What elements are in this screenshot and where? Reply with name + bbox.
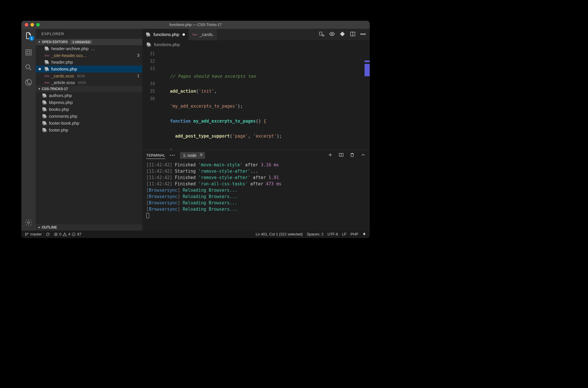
term-text: after	[250, 175, 268, 180]
code-editor[interactable]: 31 32 33 34 35 36 // Pages should have e…	[142, 49, 370, 150]
tree-item[interactable]: 🐘footer.php	[36, 127, 142, 134]
file-suffix: ...	[91, 46, 95, 51]
svg-point-12	[25, 233, 26, 233]
maximize-window-button[interactable]	[36, 23, 40, 26]
terminal-cursor	[146, 213, 149, 218]
editor-tab-active[interactable]: 🐘 functions.php	[142, 29, 189, 40]
open-editor-item[interactable]: Sass _cards.scss scss 1	[36, 73, 142, 79]
code-fn: add_action	[170, 89, 196, 94]
term-task: 'run-all-css-tasks'	[198, 181, 248, 187]
kill-terminal-icon[interactable]	[350, 152, 355, 158]
term-bs: Browsersync	[149, 194, 177, 199]
tree-item[interactable]: 🐘books.php	[36, 106, 142, 113]
code-comment: // Pages should have excerpts too	[170, 74, 256, 79]
outline-header[interactable]: ▸ OUTLINE	[36, 224, 142, 231]
chevron-right-icon: ▸	[39, 226, 40, 229]
status-indent[interactable]: Spaces: 2	[307, 232, 323, 236]
status-problems[interactable]: 0 4 67	[54, 232, 81, 236]
status-sync[interactable]	[46, 232, 50, 236]
close-window-button[interactable]	[25, 23, 28, 26]
term-dur: 3.16 ms	[261, 162, 279, 168]
file-name: header-archive.php	[51, 46, 88, 51]
status-bell[interactable]	[362, 232, 366, 236]
minimize-window-button[interactable]	[31, 23, 34, 26]
new-terminal-icon[interactable]	[328, 152, 333, 158]
tree-item[interactable]: 🐘comments.php	[36, 113, 142, 120]
error-icon	[54, 232, 58, 236]
term-msg: Reloading Browsers...	[183, 194, 237, 199]
find-icon[interactable]	[24, 63, 33, 71]
svg-point-14	[27, 233, 28, 233]
encoding-label: UTF-8	[327, 232, 338, 236]
code-lines: // Pages should have excerpts too add_ac…	[160, 49, 365, 150]
file-suffix: 1	[137, 73, 139, 78]
warning-count: 4	[68, 232, 70, 236]
open-editor-item[interactable]: 🐘 header.php	[36, 59, 142, 66]
status-cursor[interactable]: Ln 401, Col 1 (322 selected)	[256, 232, 303, 236]
terminal-tab[interactable]: TERMINAL	[146, 152, 165, 159]
breadcrumb[interactable]: 🐘 functions.php	[142, 40, 370, 49]
status-branch[interactable]: master	[25, 232, 42, 236]
explorer-icon[interactable]: 1	[24, 32, 33, 40]
git-diff-icon[interactable]	[339, 31, 345, 38]
search-icon[interactable]	[24, 48, 33, 56]
status-encoding[interactable]: UTF-8	[327, 232, 338, 236]
open-editors-list: 🐘 header-archive.php ... Sass _site-head…	[36, 45, 142, 86]
source-control-icon[interactable]	[24, 78, 33, 86]
project-tree: 🐘authors.php 🐘bbpress.php 🐘books.php 🐘co…	[36, 92, 142, 134]
editor-tab[interactable]: Sass _cards.	[189, 29, 217, 40]
branch-name: master	[30, 232, 42, 236]
file-dim: scss	[78, 80, 86, 85]
split-editor-icon[interactable]	[350, 31, 356, 38]
project-header[interactable]: ▾ CSS-TRICKS-17	[36, 86, 142, 92]
open-editor-item[interactable]: 🐘 header-archive.php ...	[36, 45, 142, 52]
open-editor-item[interactable]: Sass _article.scss scss	[36, 79, 142, 86]
split-terminal-icon[interactable]	[339, 152, 344, 158]
file-name: bbpress.php	[49, 100, 73, 105]
svg-point-6	[28, 221, 30, 223]
tree-item[interactable]: 🐘authors.php	[36, 92, 142, 99]
sidebar-title: EXPLORER	[36, 29, 142, 39]
file-name: _article.scss	[51, 80, 75, 85]
open-editor-item-active[interactable]: 🐘 functions.php	[36, 66, 142, 73]
explorer-badge: 1	[29, 36, 34, 41]
chevron-down-icon: ▾	[39, 87, 40, 90]
tree-item[interactable]: 🐘bbpress.php	[36, 99, 142, 106]
php-icon: 🐘	[42, 107, 47, 112]
more-icon[interactable]: •••	[170, 153, 176, 157]
terminal-select[interactable]: 1: node	[180, 152, 205, 159]
open-editors-header[interactable]: ▾ OPEN EDITORS 1 UNSAVED	[36, 39, 142, 45]
terminal-output[interactable]: [[11:42:42]11:42:42] Finished 'move-main…	[142, 161, 370, 231]
open-editor-item[interactable]: Sass _site-header.scs... 3	[36, 52, 142, 59]
maximize-panel-icon[interactable]	[361, 152, 366, 158]
code-fn: add_post_type_support	[175, 134, 230, 139]
line-number: 34	[142, 80, 155, 88]
modified-dot-icon	[183, 33, 185, 36]
php-icon: 🐘	[44, 60, 49, 65]
sass-icon: Sass	[44, 74, 49, 77]
term-dur: 1.91	[268, 175, 279, 180]
more-icon[interactable]: •••	[360, 31, 366, 37]
line-gutter: 31 32 33 34 35 36	[142, 49, 160, 150]
php-icon: 🐘	[44, 66, 49, 72]
eol-label: LF	[342, 232, 346, 236]
term-task: 'remove-style-after'	[198, 169, 251, 174]
status-lang[interactable]: PHP	[350, 232, 358, 236]
editor-tabs: 🐘 functions.php Sass _cards. •••	[142, 29, 370, 40]
preview-icon[interactable]	[329, 31, 335, 38]
file-name: comments.php	[49, 114, 77, 119]
term-task: 'remove-style-after'	[198, 175, 251, 180]
term-text: Finished	[175, 175, 198, 180]
panel-tabs: TERMINAL ••• 1: node	[142, 150, 370, 161]
php-icon: 🐘	[42, 128, 47, 133]
status-eol[interactable]: LF	[342, 232, 346, 236]
settings-icon[interactable]	[24, 218, 33, 227]
svg-rect-0	[26, 50, 31, 55]
code-kw: function	[170, 119, 191, 124]
code-name: my_add_excerpts_to_pages	[193, 119, 256, 124]
svg-point-3	[26, 79, 32, 85]
tree-item[interactable]: 🐘footer-book.php	[36, 120, 142, 127]
unsaved-badge: 1 UNSAVED	[71, 40, 92, 44]
minimap[interactable]	[365, 49, 370, 150]
compare-icon[interactable]	[319, 31, 325, 38]
